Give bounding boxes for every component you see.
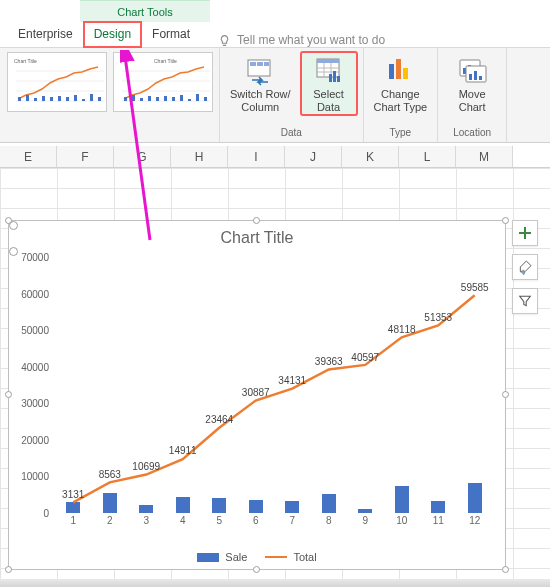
svg-rect-30 (196, 94, 199, 101)
svg-rect-45 (389, 64, 394, 79)
y-tick-label: 40000 (21, 361, 49, 372)
switch-row-column-icon (244, 54, 276, 86)
data-label: 34131 (278, 375, 306, 386)
tell-me-placeholder: Tell me what you want to do (237, 33, 385, 47)
embedded-chart[interactable]: Chart Title 0100002000030000400005000060… (8, 220, 506, 570)
move-chart-label: Move Chart (459, 88, 486, 113)
brush-icon (517, 259, 533, 275)
x-tick-label: 12 (457, 515, 494, 529)
x-tick-label: 7 (274, 515, 311, 529)
column-header[interactable]: I (228, 146, 285, 167)
column-header[interactable]: M (456, 146, 513, 167)
resize-handle[interactable] (502, 391, 509, 398)
select-data-label: Select Data (313, 88, 344, 113)
column-header[interactable]: E (0, 146, 57, 167)
column-header[interactable]: L (399, 146, 456, 167)
data-label: 23464 (205, 414, 233, 425)
chart-filter-button[interactable] (512, 288, 538, 314)
chart-styles-button[interactable] (512, 254, 538, 280)
svg-rect-46 (396, 59, 401, 79)
footer-shadow (0, 579, 550, 587)
data-label: 3131 (62, 488, 84, 499)
change-chart-type-label: Change Chart Type (374, 88, 428, 113)
svg-rect-25 (156, 97, 159, 101)
svg-rect-33 (250, 62, 256, 66)
column-header[interactable]: H (171, 146, 228, 167)
switch-row-column-button[interactable]: Switch Row/ Column (226, 52, 295, 115)
svg-rect-53 (469, 74, 472, 80)
group-chart-styles: Chart Title Chart Title . (0, 48, 220, 142)
svg-rect-28 (180, 95, 183, 101)
x-tick-label: 2 (92, 515, 129, 529)
svg-rect-34 (257, 62, 263, 66)
column-header[interactable]: J (285, 146, 342, 167)
svg-rect-23 (140, 98, 143, 101)
legend[interactable]: Sale Total (9, 551, 505, 563)
svg-rect-12 (74, 95, 77, 101)
svg-rect-35 (264, 62, 269, 66)
legend-item-sale[interactable]: Sale (197, 551, 247, 563)
select-data-icon (313, 54, 345, 86)
filter-icon (518, 294, 532, 308)
svg-rect-15 (98, 97, 101, 101)
legend-swatch-line (265, 556, 287, 558)
svg-rect-14 (90, 94, 93, 101)
change-chart-type-button[interactable]: Change Chart Type (370, 52, 432, 115)
group-data-label: Data (281, 128, 302, 140)
chart-elements-button[interactable] (512, 220, 538, 246)
move-chart-button[interactable]: Move Chart (444, 52, 500, 115)
tab-enterprise[interactable]: Enterprise (8, 22, 83, 47)
data-label: 14911 (169, 445, 197, 456)
column-header[interactable]: F (57, 146, 114, 167)
tell-me-search[interactable]: Tell me what you want to do (218, 33, 385, 47)
chart-style-preview-icon: Chart Title (114, 53, 213, 112)
resize-handle[interactable] (502, 566, 509, 573)
data-label: 40597 (351, 351, 379, 362)
svg-rect-6 (26, 95, 29, 101)
data-label: 30887 (242, 387, 270, 398)
resize-handle[interactable] (502, 217, 509, 224)
x-tick-label: 4 (165, 515, 202, 529)
chart-style-thumb[interactable]: Chart Title (113, 52, 213, 112)
svg-rect-44 (337, 76, 340, 82)
svg-rect-31 (204, 97, 207, 101)
chart-style-thumb[interactable]: Chart Title (7, 52, 107, 112)
y-tick-label: 0 (43, 508, 49, 519)
resize-handle[interactable] (5, 566, 12, 573)
plot-area[interactable]: 3131856310699149112346430887341313936340… (55, 257, 493, 513)
svg-rect-5 (18, 97, 21, 101)
x-tick-label: 10 (384, 515, 421, 529)
svg-rect-27 (172, 97, 175, 101)
x-tick-label: 9 (347, 515, 384, 529)
move-chart-icon (456, 54, 488, 86)
legend-label: Total (293, 551, 316, 563)
select-data-button[interactable]: Select Data (301, 52, 357, 115)
chart-title[interactable]: Chart Title (9, 221, 505, 247)
tab-design[interactable]: Design (83, 21, 142, 48)
x-tick-label: 5 (201, 515, 238, 529)
data-label: 39363 (315, 356, 343, 367)
group-location-label: Location (453, 128, 491, 140)
x-tick-label: 1 (55, 515, 92, 529)
plus-icon (518, 226, 532, 240)
column-header[interactable]: G (114, 146, 171, 167)
svg-rect-26 (164, 96, 167, 101)
worksheet-grid[interactable]: EFGHIJKLM Chart Title 010000200003000040… (0, 146, 550, 579)
x-tick-label: 11 (420, 515, 457, 529)
y-axis: 010000200003000040000500006000070000 (9, 257, 53, 513)
resize-handle[interactable] (5, 217, 12, 224)
y-tick-label: 60000 (21, 288, 49, 299)
contextual-tab-group: Chart Tools (80, 0, 210, 22)
resize-handle[interactable] (253, 566, 260, 573)
column-header[interactable]: K (342, 146, 399, 167)
tab-format[interactable]: Format (142, 22, 200, 47)
chart-style-preview-icon: Chart Title (8, 53, 107, 112)
svg-rect-55 (479, 76, 482, 80)
legend-item-total[interactable]: Total (265, 551, 316, 563)
svg-rect-21 (124, 97, 127, 101)
svg-text:Chart Title: Chart Title (14, 58, 37, 64)
change-chart-type-icon (384, 54, 416, 86)
data-label: 59585 (461, 282, 489, 293)
svg-rect-24 (148, 96, 151, 101)
resize-handle[interactable] (253, 217, 260, 224)
